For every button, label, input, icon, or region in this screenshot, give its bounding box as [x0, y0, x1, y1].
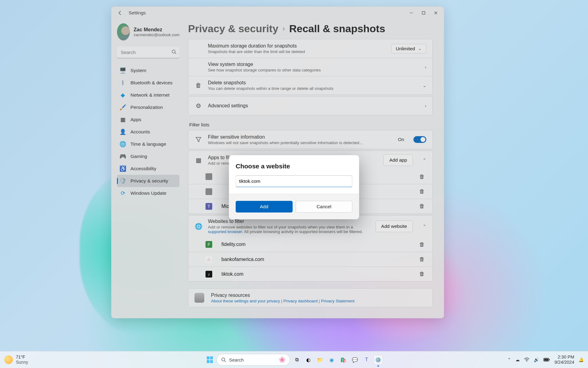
taskbar: 71°F Sunny Search 🌸 ⧉ ◐ 📁 ◉ 🛍️ 💬 T ⚙️ ⌃ …	[0, 351, 588, 368]
chat-button[interactable]: 💬	[350, 355, 360, 365]
edge-button[interactable]: ◉	[327, 355, 337, 365]
search-icon	[221, 357, 226, 362]
search-art-icon: 🌸	[279, 356, 285, 363]
task-view-button[interactable]: ⧉	[292, 355, 302, 365]
weather-widget[interactable]: 71°F Sunny	[4, 355, 28, 365]
sun-icon	[4, 355, 13, 364]
volume-icon[interactable]: 🔊	[534, 357, 539, 362]
add-button[interactable]: Add	[236, 201, 293, 213]
store-button[interactable]: 🛍️	[338, 355, 348, 365]
svg-point-3	[526, 361, 527, 362]
battery-icon[interactable]	[543, 358, 550, 362]
notifications-icon[interactable]: 🔔	[579, 357, 584, 362]
weather-temp: 71°F	[16, 355, 28, 360]
weather-cond: Sunny	[16, 360, 28, 365]
time: 2:30 PM	[554, 355, 574, 360]
tray-chevron-icon[interactable]: ⌃	[507, 357, 511, 362]
settings-button[interactable]: ⚙️	[373, 355, 383, 365]
svg-rect-5	[544, 359, 548, 361]
svg-rect-6	[549, 359, 550, 360]
website-url-input[interactable]	[236, 175, 352, 187]
svg-point-2	[222, 358, 225, 361]
teams-button[interactable]: T	[362, 355, 371, 365]
date: 9/24/2024	[554, 360, 574, 365]
wifi-icon[interactable]	[524, 358, 530, 362]
cancel-button[interactable]: Cancel	[296, 201, 352, 213]
taskbar-search[interactable]: Search 🌸	[217, 354, 290, 366]
search-label: Search	[229, 357, 244, 362]
clock[interactable]: 2:30 PM 9/24/2024	[554, 355, 574, 365]
dialog-title: Choose a website	[236, 163, 352, 170]
explorer-button[interactable]: 📁	[315, 355, 325, 365]
copilot-button[interactable]: ◐	[303, 355, 313, 365]
start-button[interactable]	[205, 355, 215, 365]
onedrive-icon[interactable]: ☁	[515, 357, 520, 362]
choose-website-dialog: Choose a website Add Cancel	[229, 155, 359, 219]
